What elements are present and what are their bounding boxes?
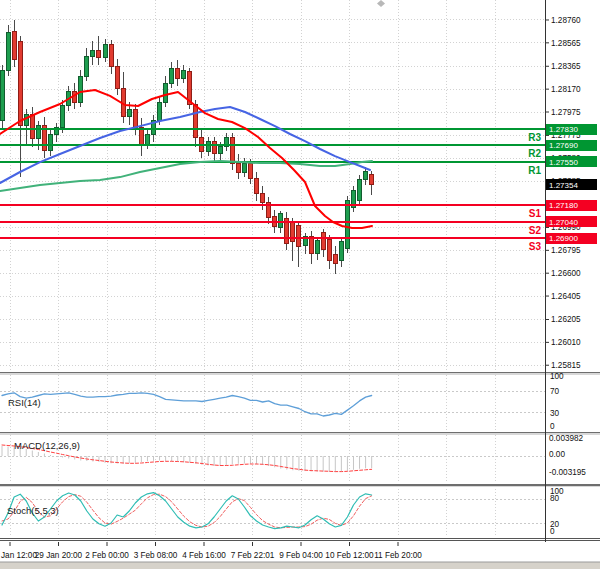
svg-text:1.25815: 1.25815: [551, 361, 581, 370]
window-bottom-strip: [0, 562, 600, 569]
svg-text:1.26795: 1.26795: [551, 246, 581, 255]
svg-text:S1: S1: [529, 208, 542, 219]
svg-text:0: 0: [550, 527, 555, 536]
svg-text:1.27354: 1.27354: [549, 181, 578, 190]
svg-text:Jan 12:00: Jan 12:00: [1, 551, 37, 560]
svg-text:11 Feb 20:00: 11 Feb 20:00: [374, 551, 422, 560]
svg-text:-0.003195: -0.003195: [549, 468, 586, 477]
svg-text:1.27550: 1.27550: [549, 158, 578, 167]
svg-text:1.28760: 1.28760: [551, 16, 581, 25]
svg-text:1.26205: 1.26205: [551, 315, 581, 324]
svg-text:1.27690: 1.27690: [549, 141, 578, 150]
svg-text:1.28170: 1.28170: [551, 85, 581, 94]
svg-text:1.26405: 1.26405: [551, 292, 581, 301]
svg-text:80: 80: [550, 494, 560, 503]
svg-text:1.27975: 1.27975: [551, 108, 581, 117]
svg-text:1.27040: 1.27040: [549, 218, 578, 227]
svg-text:3 Feb 08:00: 3 Feb 08:00: [134, 551, 178, 560]
svg-text:0.003982: 0.003982: [549, 434, 584, 443]
svg-text:1.26900: 1.26900: [549, 234, 578, 243]
svg-text:0: 0: [550, 422, 555, 431]
svg-text:1.26010: 1.26010: [551, 338, 581, 347]
svg-text:10 Feb 12:00: 10 Feb 12:00: [325, 551, 374, 560]
svg-text:S3: S3: [529, 241, 542, 252]
svg-text:100: 100: [550, 372, 564, 381]
svg-text:1.27180: 1.27180: [549, 201, 578, 210]
svg-text:0.00: 0.00: [549, 450, 565, 459]
svg-text:9 Feb 04:00: 9 Feb 04:00: [279, 551, 323, 560]
svg-text:R2: R2: [528, 148, 541, 159]
svg-text:S2: S2: [529, 225, 542, 236]
svg-text:2 Feb 00:00: 2 Feb 00:00: [85, 551, 129, 560]
svg-text:29 Jan 20:00: 29 Jan 20:00: [35, 551, 83, 560]
svg-text:30: 30: [550, 409, 560, 418]
chart-canvas[interactable]: R3R2R1S1S2S31.287601.285651.283651.28170…: [0, 0, 600, 569]
svg-text:70: 70: [550, 387, 560, 396]
svg-text:7 Feb 22:01: 7 Feb 22:01: [231, 551, 275, 560]
price-badges: 1.278301.276901.275501.271801.270401.269…: [546, 124, 597, 244]
svg-text:1.27830: 1.27830: [549, 125, 578, 134]
svg-text:4 Feb 16:00: 4 Feb 16:00: [182, 551, 226, 560]
svg-text:R3: R3: [528, 132, 541, 143]
svg-text:1.28365: 1.28365: [551, 62, 581, 71]
svg-text:R1: R1: [528, 165, 541, 176]
trading-chart-window: R3R2R1S1S2S31.287601.285651.283651.28170…: [0, 0, 600, 569]
svg-text:1.26600: 1.26600: [551, 269, 581, 278]
svg-text:1.28565: 1.28565: [551, 39, 581, 48]
